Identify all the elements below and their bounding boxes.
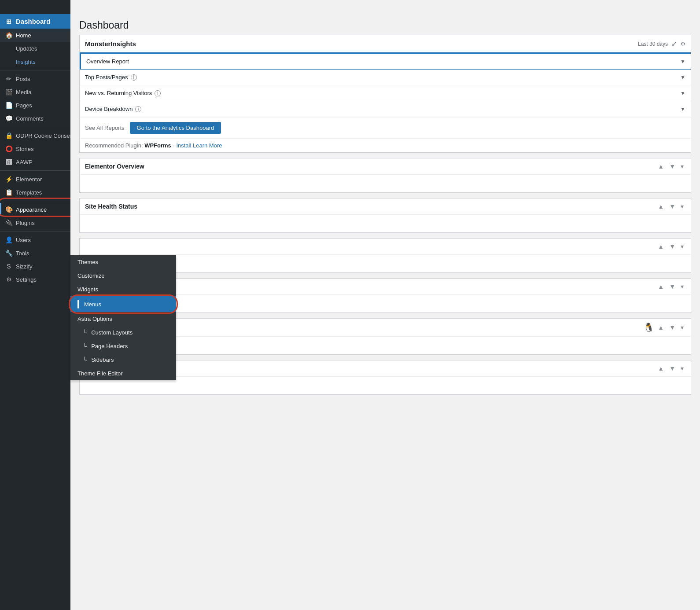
elementor-overview-body: [80, 175, 691, 192]
sidebar-item-pages[interactable]: 📄 Pages: [0, 99, 70, 112]
dropdown-item-theme-file-editor[interactable]: Theme File Editor: [70, 367, 176, 380]
theme-file-editor-label: Theme File Editor: [77, 370, 123, 377]
plugins-icon: 🔌: [5, 219, 12, 226]
sidebar-item-gdpr[interactable]: 🔒 GDPR Cookie Consent: [0, 129, 70, 142]
sidebar-header[interactable]: ⊞ Dashboard: [0, 14, 70, 29]
site-health-down-button[interactable]: ▼: [667, 202, 677, 211]
widget-5-collapse-button[interactable]: ▾: [679, 282, 685, 291]
home-icon: 🏠: [5, 32, 12, 39]
tutorials-controls: 🐧 ▲ ▼ ▾: [643, 322, 685, 333]
dropdown-item-widgets[interactable]: Widgets: [70, 283, 176, 296]
overview-report-label: Overview Report: [86, 58, 129, 65]
sidebar-item-stories[interactable]: ⭕ Stories: [0, 142, 70, 155]
dropdown-item-page-headers[interactable]: └ Page Headers: [70, 339, 176, 353]
widget-4-collapse-button[interactable]: ▾: [679, 242, 685, 251]
site-health-controls: ▲ ▼ ▾: [656, 202, 685, 211]
sidebar-item-appearance[interactable]: 🎨 Appearance: [0, 203, 70, 216]
sidebar-item-plugins[interactable]: 🔌 Plugins: [0, 216, 70, 229]
device-breakdown-label: Device Breakdown i: [85, 106, 141, 112]
sidebar-item-label: Updates: [16, 45, 37, 52]
device-breakdown-info-icon[interactable]: i: [135, 106, 141, 112]
tools-icon: 🔧: [5, 250, 12, 257]
dropdown-item-sidebars[interactable]: └ Sidebars: [70, 353, 176, 367]
sidebars-label: Sidebars: [91, 356, 114, 363]
overview-collapse-button[interactable]: ▾: [679, 364, 685, 373]
gear-icon[interactable]: ⚙: [681, 41, 685, 47]
elementor-down-button[interactable]: ▼: [667, 162, 677, 171]
monsterinsights-controls: Last 30 days ⤢ ⚙: [638, 40, 685, 48]
appearance-icon: 🎨: [5, 206, 12, 213]
dropdown-item-astra-options[interactable]: Astra Options: [70, 312, 176, 326]
sidebar-item-sizzify[interactable]: S Sizzify: [0, 260, 70, 273]
overview-up-button[interactable]: ▲: [656, 364, 666, 373]
tutorials-collapse-button[interactable]: ▾: [679, 323, 685, 332]
sidebar-item-elementor[interactable]: ⚡ Elementor: [0, 173, 70, 186]
page-header: Dashboard: [70, 14, 700, 35]
sidebar-item-label: Posts: [16, 76, 30, 82]
sidebar-item-users[interactable]: 👤 Users: [0, 233, 70, 246]
top-posts-row[interactable]: Top Posts/Pages i ▼: [80, 70, 691, 85]
new-vs-returning-row[interactable]: New vs. Returning Visitors i ▼: [80, 85, 691, 101]
dropdown-item-customize[interactable]: Customize: [70, 269, 176, 283]
analytics-dashboard-button[interactable]: Go to the Analytics Dashboard: [130, 122, 221, 134]
elementor-collapse-button[interactable]: ▾: [679, 162, 685, 171]
widget-4-up-button[interactable]: ▲: [656, 242, 666, 251]
site-health-up-button[interactable]: ▲: [656, 202, 666, 211]
sidebar-item-settings[interactable]: ⚙ Settings: [0, 273, 70, 286]
sidebar-item-insights[interactable]: Insights: [0, 55, 70, 68]
sidebar-item-label: Settings: [16, 276, 37, 283]
sizzify-icon: S: [5, 263, 12, 270]
customize-label: Customize: [77, 272, 104, 279]
new-vs-returning-label: New vs. Returning Visitors i: [85, 90, 161, 96]
appearance-dropdown: Themes Customize Widgets Menus Astra Opt…: [70, 255, 176, 380]
site-health-collapse-button[interactable]: ▾: [679, 202, 685, 211]
sidebar-item-media[interactable]: 🎬 Media: [0, 85, 70, 99]
widget-5-up-button[interactable]: ▲: [656, 282, 666, 291]
sub-arrow: └: [83, 356, 87, 363]
dropdown-item-custom-layouts[interactable]: └ Custom Layouts: [70, 326, 176, 339]
sub-arrow: └: [83, 329, 87, 336]
dropdown-item-themes[interactable]: Themes: [70, 255, 176, 269]
menus-label: Menus: [84, 301, 101, 308]
dropdown-item-menus[interactable]: Menus: [70, 296, 176, 312]
recommended-plugin-name: WPForms: [144, 142, 171, 149]
learn-more-link[interactable]: Learn More: [193, 142, 222, 149]
elementor-up-button[interactable]: ▲: [656, 162, 666, 171]
sidebar-header-title: Dashboard: [16, 18, 50, 25]
expand-icon[interactable]: ⤢: [671, 40, 677, 48]
site-health-body: [80, 215, 691, 232]
sidebar-item-templates[interactable]: 📋 Templates: [0, 186, 70, 199]
sidebar-item-aawp[interactable]: 🅰 AAWP: [0, 155, 70, 169]
device-breakdown-row[interactable]: Device Breakdown i ▼: [80, 101, 691, 117]
aawp-icon: 🅰: [5, 158, 12, 165]
overview-down-button[interactable]: ▼: [667, 364, 677, 373]
install-link[interactable]: Install: [176, 142, 191, 149]
insights-icon: [5, 58, 12, 65]
sidebar-item-home[interactable]: 🏠 Home: [0, 29, 70, 42]
stories-icon: ⭕: [5, 145, 12, 152]
sidebar-item-label: Comments: [16, 115, 44, 122]
page-title: Dashboard: [79, 19, 691, 31]
elementor-overview-title: Elementor Overview: [85, 163, 144, 170]
last30days-label: Last 30 days: [638, 41, 668, 47]
sidebar-item-tools[interactable]: 🔧 Tools: [0, 246, 70, 260]
tutorials-up-button[interactable]: ▲: [656, 323, 666, 332]
themes-label: Themes: [77, 259, 98, 265]
sidebar-item-label: Appearance: [16, 206, 47, 213]
sidebar-item-label: GDPR Cookie Consent: [16, 132, 70, 139]
new-vs-returning-chevron-icon: ▼: [680, 90, 685, 96]
overview-report-row[interactable]: Overview Report ▼: [80, 54, 691, 70]
page-headers-label: Page Headers: [91, 343, 128, 349]
pages-icon: 📄: [5, 102, 12, 109]
sidebar-item-posts[interactable]: ✏ Posts: [0, 72, 70, 85]
sidebar-item-label: Users: [16, 237, 31, 243]
new-vs-returning-info-icon[interactable]: i: [155, 90, 161, 96]
sidebar-item-label: Elementor: [16, 176, 42, 183]
widgets-label: Widgets: [77, 286, 98, 293]
widget-5-down-button[interactable]: ▼: [667, 282, 677, 291]
sidebar-item-updates[interactable]: Updates: [0, 42, 70, 55]
top-posts-info-icon[interactable]: i: [131, 74, 137, 81]
tutorials-down-button[interactable]: ▼: [667, 323, 677, 332]
sidebar-item-comments[interactable]: 💬 Comments: [0, 112, 70, 125]
widget-4-down-button[interactable]: ▼: [667, 242, 677, 251]
